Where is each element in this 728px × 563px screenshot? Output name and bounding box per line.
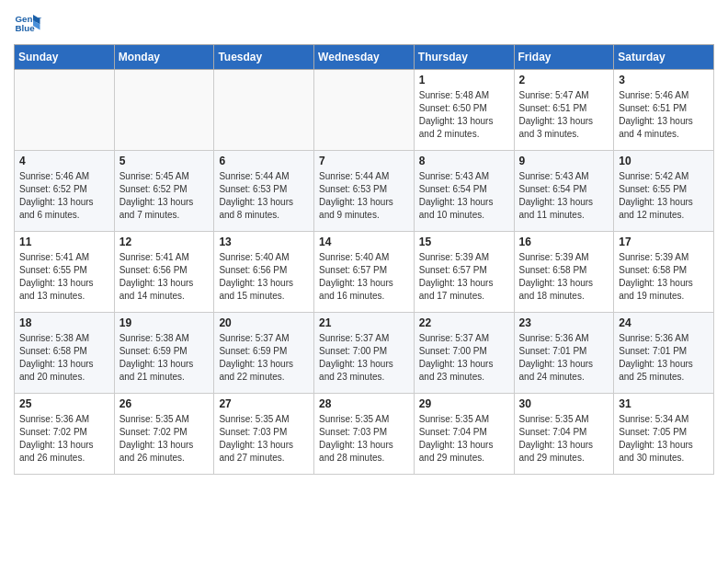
calendar-cell bbox=[15, 70, 115, 151]
daylight-hours: Daylight: 13 hours bbox=[319, 439, 409, 452]
day-number: 23 bbox=[519, 316, 609, 329]
cell-continuation: and 12 minutes. bbox=[619, 209, 709, 222]
sunset-time: Sunset: 6:50 PM bbox=[419, 102, 509, 115]
calendar-cell: 23Sunrise: 5:36 AMSunset: 7:01 PMDayligh… bbox=[514, 313, 614, 394]
day-number: 19 bbox=[119, 316, 210, 329]
sunrise-time: Sunrise: 5:35 AM bbox=[119, 413, 210, 426]
sunset-time: Sunset: 6:52 PM bbox=[119, 183, 210, 196]
calendar-cell: 27Sunrise: 5:35 AMSunset: 7:03 PMDayligh… bbox=[214, 394, 314, 475]
sunset-time: Sunset: 7:03 PM bbox=[219, 426, 309, 439]
calendar-cell: 2Sunrise: 5:47 AMSunset: 6:51 PMDaylight… bbox=[514, 70, 614, 151]
calendar-cell: 1Sunrise: 5:48 AMSunset: 6:50 PMDaylight… bbox=[414, 70, 514, 151]
cell-continuation: and 29 minutes. bbox=[419, 452, 509, 465]
cell-continuation: and 14 minutes. bbox=[119, 290, 210, 303]
daylight-hours: Daylight: 13 hours bbox=[19, 196, 109, 209]
sunrise-time: Sunrise: 5:41 AM bbox=[19, 251, 109, 264]
sunrise-time: Sunrise: 5:42 AM bbox=[619, 170, 709, 183]
svg-text:Blue: Blue bbox=[16, 23, 36, 33]
calendar-cell: 13Sunrise: 5:40 AMSunset: 6:56 PMDayligh… bbox=[214, 232, 314, 313]
calendar-cell: 16Sunrise: 5:39 AMSunset: 6:58 PMDayligh… bbox=[514, 232, 614, 313]
sunrise-time: Sunrise: 5:45 AM bbox=[119, 170, 210, 183]
calendar-cell: 9Sunrise: 5:43 AMSunset: 6:54 PMDaylight… bbox=[514, 151, 614, 232]
sunset-time: Sunset: 6:58 PM bbox=[519, 264, 609, 277]
daylight-hours: Daylight: 13 hours bbox=[319, 196, 409, 209]
weekday-header-monday: Monday bbox=[114, 45, 214, 70]
daylight-hours: Daylight: 13 hours bbox=[619, 358, 709, 371]
week-row-5: 25Sunrise: 5:36 AMSunset: 7:02 PMDayligh… bbox=[15, 394, 714, 475]
daylight-hours: Daylight: 13 hours bbox=[619, 277, 709, 290]
daylight-hours: Daylight: 13 hours bbox=[519, 196, 609, 209]
sunrise-time: Sunrise: 5:44 AM bbox=[319, 170, 409, 183]
sunset-time: Sunset: 6:51 PM bbox=[519, 102, 609, 115]
cell-continuation: and 29 minutes. bbox=[519, 452, 609, 465]
cell-continuation: and 15 minutes. bbox=[219, 290, 309, 303]
sunrise-time: Sunrise: 5:39 AM bbox=[419, 251, 509, 264]
sunrise-time: Sunrise: 5:41 AM bbox=[119, 251, 210, 264]
sunrise-time: Sunrise: 5:35 AM bbox=[419, 413, 509, 426]
sunrise-time: Sunrise: 5:35 AM bbox=[519, 413, 609, 426]
sunset-time: Sunset: 7:02 PM bbox=[119, 426, 210, 439]
sunset-time: Sunset: 7:01 PM bbox=[619, 345, 709, 358]
sunset-time: Sunset: 6:53 PM bbox=[219, 183, 309, 196]
daylight-hours: Daylight: 13 hours bbox=[519, 115, 609, 128]
daylight-hours: Daylight: 13 hours bbox=[119, 358, 210, 371]
day-number: 14 bbox=[319, 236, 409, 248]
day-number: 29 bbox=[419, 397, 509, 410]
day-number: 10 bbox=[619, 155, 709, 167]
day-number: 24 bbox=[619, 316, 709, 329]
cell-continuation: and 22 minutes. bbox=[219, 371, 309, 384]
calendar-table: SundayMondayTuesdayWednesdayThursdayFrid… bbox=[14, 44, 714, 475]
cell-continuation: and 11 minutes. bbox=[519, 209, 609, 222]
weekday-header-thursday: Thursday bbox=[414, 45, 514, 70]
sunset-time: Sunset: 7:00 PM bbox=[319, 345, 409, 358]
weekday-header-row: SundayMondayTuesdayWednesdayThursdayFrid… bbox=[15, 45, 714, 70]
calendar-cell: 26Sunrise: 5:35 AMSunset: 7:02 PMDayligh… bbox=[114, 394, 214, 475]
day-number: 27 bbox=[219, 397, 309, 410]
day-number: 13 bbox=[219, 236, 309, 248]
sunrise-time: Sunrise: 5:36 AM bbox=[519, 332, 609, 345]
sunrise-time: Sunrise: 5:40 AM bbox=[219, 251, 309, 264]
day-number: 31 bbox=[619, 397, 709, 410]
daylight-hours: Daylight: 13 hours bbox=[119, 196, 210, 209]
calendar-cell: 10Sunrise: 5:42 AMSunset: 6:55 PMDayligh… bbox=[614, 151, 714, 232]
daylight-hours: Daylight: 13 hours bbox=[519, 277, 609, 290]
daylight-hours: Daylight: 13 hours bbox=[119, 277, 210, 290]
calendar-cell: 20Sunrise: 5:37 AMSunset: 6:59 PMDayligh… bbox=[214, 313, 314, 394]
daylight-hours: Daylight: 13 hours bbox=[419, 277, 509, 290]
sunrise-time: Sunrise: 5:36 AM bbox=[19, 413, 109, 426]
cell-continuation: and 9 minutes. bbox=[319, 209, 409, 222]
sunset-time: Sunset: 6:52 PM bbox=[19, 183, 109, 196]
cell-continuation: and 18 minutes. bbox=[519, 290, 609, 303]
calendar-cell bbox=[114, 70, 214, 151]
sunset-time: Sunset: 7:04 PM bbox=[519, 426, 609, 439]
sunset-time: Sunset: 7:00 PM bbox=[419, 345, 509, 358]
cell-continuation: and 2 minutes. bbox=[419, 128, 509, 141]
sunrise-time: Sunrise: 5:37 AM bbox=[219, 332, 309, 345]
sunrise-time: Sunrise: 5:37 AM bbox=[319, 332, 409, 345]
sunrise-time: Sunrise: 5:35 AM bbox=[219, 413, 309, 426]
sunrise-time: Sunrise: 5:43 AM bbox=[519, 170, 609, 183]
daylight-hours: Daylight: 13 hours bbox=[19, 358, 109, 371]
cell-continuation: and 24 minutes. bbox=[519, 371, 609, 384]
daylight-hours: Daylight: 13 hours bbox=[619, 196, 709, 209]
calendar-cell: 3Sunrise: 5:46 AMSunset: 6:51 PMDaylight… bbox=[614, 70, 714, 151]
calendar-cell: 15Sunrise: 5:39 AMSunset: 6:57 PMDayligh… bbox=[414, 232, 514, 313]
sunset-time: Sunset: 6:55 PM bbox=[19, 264, 109, 277]
calendar-cell bbox=[214, 70, 314, 151]
logo-icon: General Blue bbox=[14, 9, 41, 37]
week-row-1: 1Sunrise: 5:48 AMSunset: 6:50 PMDaylight… bbox=[15, 70, 714, 151]
day-number: 20 bbox=[219, 316, 309, 329]
cell-continuation: and 19 minutes. bbox=[619, 290, 709, 303]
sunrise-time: Sunrise: 5:38 AM bbox=[19, 332, 109, 345]
sunrise-time: Sunrise: 5:43 AM bbox=[419, 170, 509, 183]
sunset-time: Sunset: 6:58 PM bbox=[19, 345, 109, 358]
day-number: 28 bbox=[319, 397, 409, 410]
calendar-cell: 17Sunrise: 5:39 AMSunset: 6:58 PMDayligh… bbox=[614, 232, 714, 313]
cell-continuation: and 16 minutes. bbox=[319, 290, 409, 303]
calendar-cell: 11Sunrise: 5:41 AMSunset: 6:55 PMDayligh… bbox=[15, 232, 115, 313]
day-number: 25 bbox=[19, 397, 109, 410]
cell-continuation: and 7 minutes. bbox=[119, 209, 210, 222]
cell-continuation: and 23 minutes. bbox=[419, 371, 509, 384]
cell-continuation: and 3 minutes. bbox=[519, 128, 609, 141]
sunset-time: Sunset: 6:59 PM bbox=[219, 345, 309, 358]
